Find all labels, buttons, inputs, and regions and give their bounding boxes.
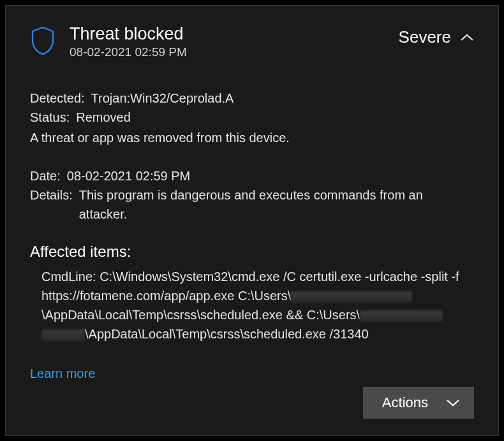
status-row: Status: Removed — [30, 108, 474, 127]
detection-block: Detected: Trojan:Win32/Ceprolad.A Status… — [30, 89, 474, 147]
detected-label: Detected: — [30, 89, 85, 108]
chevron-down-icon — [446, 394, 460, 411]
threat-panel: Threat blocked 08-02-2021 02:59 PM Sever… — [5, 5, 499, 436]
date-label: Date: — [30, 166, 61, 185]
details-row: Details: This program is dangerous and e… — [30, 185, 474, 224]
severity-label: Severe — [399, 27, 451, 47]
chevron-up-icon — [460, 33, 474, 42]
affected-body: CmdLine: C:\Windows\System32\cmd.exe /C … — [30, 267, 474, 343]
threat-timestamp: 08-02-2021 02:59 PM — [70, 45, 187, 59]
header-left: Threat blocked 08-02-2021 02:59 PM — [30, 24, 187, 59]
details-value: This program is dangerous and executes c… — [79, 185, 474, 224]
learn-more-link[interactable]: Learn more — [30, 366, 95, 381]
shield-icon — [30, 24, 56, 55]
title-block: Threat blocked 08-02-2021 02:59 PM — [70, 24, 187, 59]
threat-title: Threat blocked — [70, 24, 187, 44]
header-row: Threat blocked 08-02-2021 02:59 PM Sever… — [30, 24, 474, 59]
affected-heading: Affected items: — [30, 243, 474, 261]
cmdline-part-2: \AppData\Local\Temp\csrss\scheduled.exe … — [41, 308, 360, 322]
status-message: A threat or app was removed from this de… — [30, 128, 474, 147]
actions-label: Actions — [382, 394, 428, 411]
cmdline-part-3: \AppData\Local\Temp\csrss\scheduled.exe … — [85, 327, 369, 341]
redacted-username-3: xxxxxx — [41, 329, 85, 341]
redacted-username-1: xxxxxxxxxxxxxxxxxx — [291, 291, 412, 303]
severity-toggle[interactable]: Severe — [399, 27, 474, 47]
actions-bar: Actions — [363, 387, 474, 419]
status-label: Status: — [30, 108, 70, 127]
actions-button[interactable]: Actions — [363, 387, 474, 419]
details-label: Details: — [30, 185, 73, 205]
date-details-block: Date: 08-02-2021 02:59 PM Details: This … — [30, 166, 474, 224]
date-row: Date: 08-02-2021 02:59 PM — [30, 166, 474, 185]
date-value: 08-02-2021 02:59 PM — [67, 166, 190, 185]
affected-block: Affected items: CmdLine: C:\Windows\Syst… — [30, 243, 474, 343]
redacted-username-2: xxxxxxxxxxxx — [360, 310, 443, 322]
status-value: Removed — [76, 108, 131, 127]
detected-value: Trojan:Win32/Ceprolad.A — [91, 89, 234, 108]
detected-row: Detected: Trojan:Win32/Ceprolad.A — [30, 89, 474, 108]
